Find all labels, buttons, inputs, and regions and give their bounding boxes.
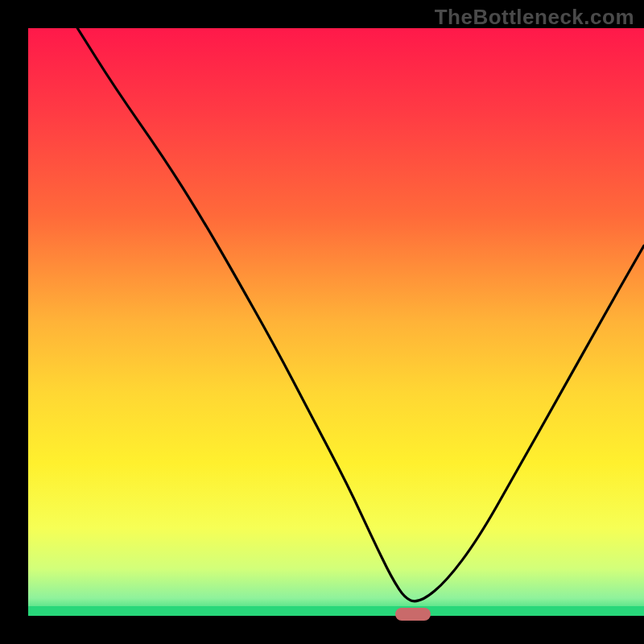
bottleneck-curve — [28, 28, 644, 616]
watermark-text: TheBottleneck.com — [435, 5, 634, 30]
chart-frame: TheBottleneck.com — [0, 0, 644, 644]
green-baseline-strip — [28, 606, 644, 616]
plot-area — [28, 28, 644, 616]
optimal-marker — [395, 608, 431, 621]
